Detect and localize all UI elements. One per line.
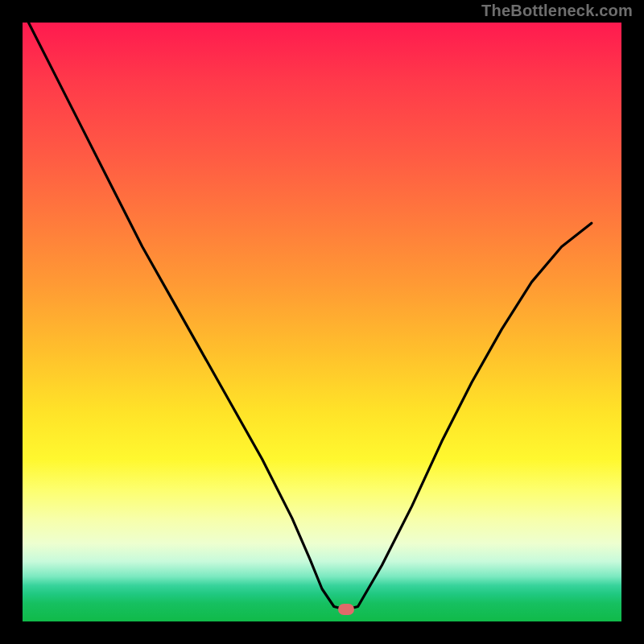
- bottleneck-curve-path: [23, 23, 592, 609]
- watermark-text: TheBottleneck.com: [481, 2, 633, 20]
- plot-area: [23, 23, 621, 621]
- chart-frame: TheBottleneck.com: [0, 0, 644, 644]
- bottleneck-curve-svg: [23, 23, 621, 621]
- optimal-point-marker: [338, 604, 354, 615]
